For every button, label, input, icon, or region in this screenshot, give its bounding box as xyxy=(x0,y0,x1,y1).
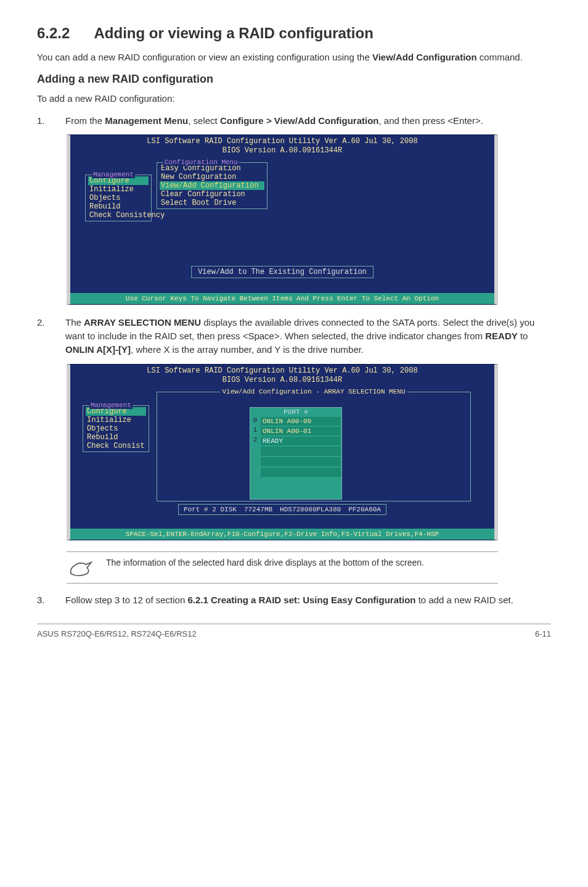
bios1-status: View/Add to The Existing Configuration xyxy=(191,266,374,278)
bios1-mgmt-check: Check Consistency xyxy=(88,211,149,220)
section-number: 6.2.2 xyxy=(37,25,70,41)
subsection-lead: To add a new RAID configuration: xyxy=(37,92,551,105)
bios2-mgmt-objects: Objects xyxy=(86,424,146,433)
step2-b2: READY xyxy=(485,331,518,341)
step-3-number: 3. xyxy=(37,593,48,607)
bios2-disk-model: HDS728080PLA380 xyxy=(280,506,341,513)
bios2-ports-head: PORT # xyxy=(250,408,341,416)
bios1-cfg-boot: Select Boot Drive xyxy=(160,199,264,207)
page-footer: ASUS RS720Q-E6/RS12, RS724Q-E6/RS12 6-11 xyxy=(37,624,551,638)
bios2-mgmt-legend: Management xyxy=(89,402,133,409)
step1-a: From the xyxy=(65,115,105,126)
bios1-subtitle: BIOS Version A.08.09161344R xyxy=(70,146,494,157)
footer-right: 6-11 xyxy=(535,629,551,638)
step3-b1: 6.2.1 Creating a RAID set: Using Easy Co… xyxy=(187,595,415,605)
bios1-cfg-legend: Configuration Menu xyxy=(163,159,239,166)
footer-left: ASUS RS720Q-E6/RS12, RS724Q-E6/RS12 xyxy=(37,629,197,638)
step2-a: The xyxy=(65,317,84,328)
step2-b3: ONLIN A[X]-[Y] xyxy=(65,344,131,355)
step-2-number: 2. xyxy=(37,316,48,356)
note-bar: The information of the selected hard dis… xyxy=(67,551,498,584)
intro-text-a: You can add a new RAID configuration or … xyxy=(37,52,372,62)
bios2-port0-label: ONLIN A00-00 xyxy=(261,417,341,426)
bios2-mgmt-panel: Management Configure Initialize Objects … xyxy=(83,405,149,452)
bios-screenshot-1: LSI Software RAID Configuration Utility … xyxy=(67,134,498,305)
bios2-mgmt-check: Check Consist xyxy=(86,442,146,450)
bios2-port0-idx: 0 xyxy=(250,416,260,426)
step2-c: to xyxy=(518,331,528,341)
step1-c: , and then press <Enter>. xyxy=(379,115,483,126)
bios2-port-empty2 xyxy=(250,456,341,467)
bios2-disk-size: 77247MB xyxy=(244,506,272,513)
bios2-port-empty1 xyxy=(250,446,341,456)
bios2-sel-legend: View/Add Configuration - ARRAY SELECTION… xyxy=(220,388,407,395)
step-3-body: Follow step 3 to 12 of section 6.2.1 Cre… xyxy=(65,593,551,607)
step-3: 3. Follow step 3 to 12 of section 6.2.1 … xyxy=(37,593,551,607)
intro-text-b: command. xyxy=(477,52,523,62)
bios1-mgmt-initialize: Initialize xyxy=(88,185,149,194)
bios2-subtitle: BIOS Version A.08.09161344R xyxy=(70,376,494,387)
bios2-port-row-0: 0 ONLIN A00-00 xyxy=(250,416,341,426)
bios1-mgmt-objects: Objects xyxy=(88,194,149,202)
bios2-mgmt-rebuild: Rebuild xyxy=(86,433,146,442)
bios1-cfg-clear: Clear Configuration xyxy=(160,190,264,199)
step-1-body: From the Management Menu, select Configu… xyxy=(65,114,551,128)
note-icon xyxy=(67,557,96,578)
bios2-port2-idx: 2 xyxy=(250,436,260,446)
step-1-number: 1. xyxy=(37,114,48,128)
step1-b1: Management Menu xyxy=(105,115,188,126)
step-2-body: The ARRAY SELECTION MENU displays the av… xyxy=(65,316,551,356)
bios2-ports-box: PORT # 0 ONLIN A00-00 1 ONLIN A00-01 2 R… xyxy=(250,407,342,500)
bios1-mgmt-panel: Management Configure Initialize Objects … xyxy=(85,175,152,221)
bios1-footer: Use Cursor Keys To Navigate Between Item… xyxy=(70,293,494,304)
step2-d: , where X is the array number, and Y is … xyxy=(131,344,364,355)
note-text: The information of the selected hard dis… xyxy=(106,557,424,578)
step-2: 2. The ARRAY SELECTION MENU displays the… xyxy=(37,316,551,356)
bios2-port1-label: ONLIN A00-01 xyxy=(261,427,341,435)
bios2-port-empty3 xyxy=(250,467,341,477)
bios2-port-row-2: 2 READY xyxy=(250,436,341,446)
bios1-mgmt-rebuild: Rebuild xyxy=(88,202,149,211)
step2-b1: ARRAY SELECTION MENU xyxy=(84,317,201,328)
bios1-mgmt-legend: Management xyxy=(92,171,135,178)
bios-screenshot-2: LSI Software RAID Configuration Utility … xyxy=(67,364,498,540)
bios2-disk-fw: PF20A60A xyxy=(348,506,381,513)
bios2-mgmt-initialize: Initialize xyxy=(86,416,146,424)
bios2-title: LSI Software RAID Configuration Utility … xyxy=(70,365,494,376)
section-title: Adding or viewing a RAID configuration xyxy=(94,25,374,41)
step-1: 1. From the Management Menu, select Conf… xyxy=(37,114,551,128)
bios1-cfg-viewadd: View/Add Configuration xyxy=(160,181,264,190)
bios2-port2-label: READY xyxy=(261,437,341,445)
step3-a: Follow step 3 to 12 of section xyxy=(65,595,187,605)
bios2-disk-port: Port # 2 DISK xyxy=(184,506,237,513)
bios1-cfg-panel: Configuration Menu Easy Configuration Ne… xyxy=(157,162,267,209)
step1-b: , select xyxy=(188,115,220,126)
step1-b2: Configure > View/Add Configuration xyxy=(220,115,379,126)
section-heading: 6.2.2 Adding or viewing a RAID configura… xyxy=(37,25,551,42)
intro-bold: View/Add Configuration xyxy=(372,52,477,62)
bios1-cfg-new: New Configuration xyxy=(160,173,264,181)
subsection-heading: Adding a new RAID configuration xyxy=(37,73,551,86)
bios2-disk-info: Port # 2 DISK 77247MB HDS728080PLA380 PF… xyxy=(178,504,386,515)
bios2-footer: SPACE-Sel,ENTER-EndArray,F10-Configure,F… xyxy=(70,529,494,540)
intro-paragraph: You can add a new RAID configuration or … xyxy=(37,51,551,64)
bios2-sel-border: View/Add Configuration - ARRAY SELECTION… xyxy=(157,392,471,501)
bios2-port-row-1: 1 ONLIN A00-01 xyxy=(250,426,341,436)
step3-b: to add a new RAID set. xyxy=(416,595,513,605)
bios1-title: LSI Software RAID Configuration Utility … xyxy=(70,135,494,146)
bios2-port1-idx: 1 xyxy=(250,426,260,436)
